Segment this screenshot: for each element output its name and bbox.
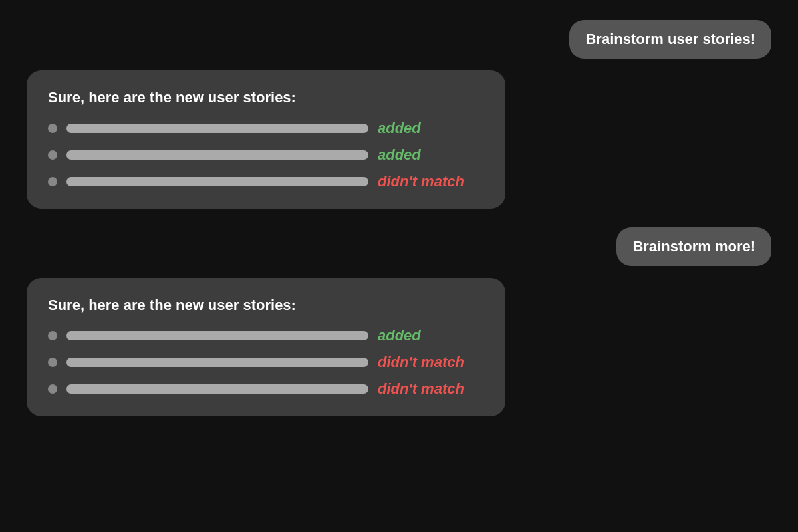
story-status-2-3: didn't match — [378, 380, 484, 398]
story-item-2-1: added — [48, 327, 484, 344]
story-item-2-3: didn't match — [48, 380, 484, 398]
story-item-1-3: didn't match — [48, 173, 484, 190]
story-item-1-1: added — [48, 120, 484, 137]
story-list-1: added added didn't match — [48, 120, 484, 190]
chat-container: Brainstorm user stories! Sure, here are … — [27, 20, 771, 435]
story-status-1-2: added — [378, 146, 484, 164]
assistant-bubble-2: Sure, here are the new user stories: add… — [27, 278, 505, 416]
user-message-text-2: Brainstorm more! — [632, 238, 755, 255]
user-bubble-1: Brainstorm user stories! — [569, 20, 771, 59]
story-status-2-1: added — [378, 327, 484, 344]
assistant-title-2: Sure, here are the new user stories: — [48, 297, 484, 314]
user-bubble-2: Brainstorm more! — [616, 227, 771, 266]
story-status-2-2: didn't match — [378, 354, 484, 371]
assistant-message-row-1: Sure, here are the new user stories: add… — [27, 70, 771, 209]
story-bar-1-2 — [66, 150, 368, 160]
story-bar-1-3 — [66, 177, 368, 186]
bullet-1-3 — [48, 177, 57, 186]
story-bar-2-3 — [66, 384, 368, 394]
story-bar-2-1 — [66, 331, 368, 340]
story-item-1-2: added — [48, 146, 484, 164]
story-bar-1-1 — [66, 124, 368, 133]
story-item-2-2: didn't match — [48, 354, 484, 371]
story-status-1-3: didn't match — [378, 173, 484, 190]
user-message-row-2: Brainstorm more! — [27, 227, 771, 266]
bullet-2-3 — [48, 384, 57, 394]
bullet-1-2 — [48, 150, 57, 160]
bullet-2-2 — [48, 358, 57, 367]
story-list-2: added didn't match didn't match — [48, 327, 484, 398]
story-bar-2-2 — [66, 358, 368, 367]
bullet-1-1 — [48, 124, 57, 133]
assistant-bubble-1: Sure, here are the new user stories: add… — [27, 70, 505, 209]
assistant-title-1: Sure, here are the new user stories: — [48, 89, 484, 106]
story-status-1-1: added — [378, 120, 484, 137]
bullet-2-1 — [48, 331, 57, 340]
user-message-row-1: Brainstorm user stories! — [27, 20, 771, 59]
assistant-message-row-2: Sure, here are the new user stories: add… — [27, 278, 771, 416]
user-message-text-1: Brainstorm user stories! — [585, 31, 755, 47]
